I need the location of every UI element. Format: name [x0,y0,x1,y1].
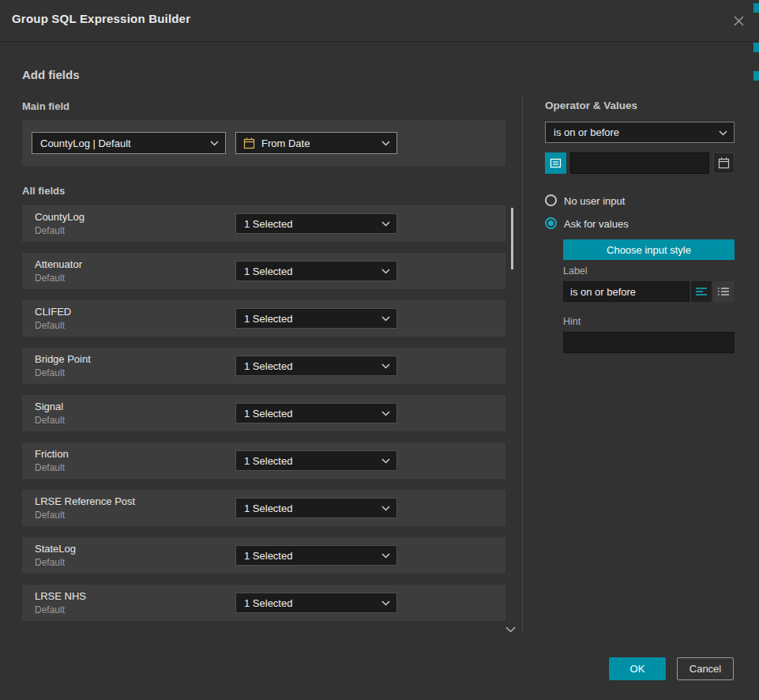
field-selected-value: 1 Selected [244,313,292,325]
field-selected-dropdown[interactable]: 1 Selected [235,213,397,234]
field-name: StateLog [35,543,76,555]
field-sublabel: Default [35,415,65,426]
list-panel-icon [550,157,562,169]
add-fields-heading: Add fields [22,68,80,81]
main-layer-dropdown-value: CountyLog | Default [40,137,131,149]
field-sublabel: Default [35,604,65,615]
all-fields-list: CountyLog Default 1 Selected Attenuator … [22,205,505,621]
edge-marker [753,71,759,81]
ask-for-values-radio[interactable] [545,217,557,229]
label-caption: Label [563,265,588,277]
cancel-button[interactable]: Cancel [677,657,734,680]
no-user-input-label: No user input [564,195,625,207]
edge-marker [753,3,759,13]
hint-input[interactable] [563,332,735,353]
chevron-down-icon [719,130,727,136]
field-selected-value: 1 Selected [244,218,292,230]
field-name: Bridge Point [35,353,91,365]
field-row-statelog: StateLog Default 1 Selected [22,537,505,574]
chevron-down-icon [381,141,390,146]
field-sublabel: Default [35,462,65,473]
field-row-countylog: CountyLog Default 1 Selected [22,205,505,242]
field-row-bridge-point: Bridge Point Default 1 Selected [22,348,505,384]
calendar-icon [718,157,730,169]
field-sublabel: Default [35,510,65,521]
field-row-signal: Signal Default 1 Selected [22,395,505,431]
chevron-down-icon [381,458,390,464]
operator-dropdown[interactable]: is on or before [545,122,735,143]
value-source-toggle-button[interactable] [545,152,566,174]
field-name: CountyLog [35,211,85,223]
close-button[interactable] [729,11,748,30]
operator-dropdown-value: is on or before [554,126,619,138]
field-row-lrse-reference-post: LRSE Reference Post Default 1 Selected [22,490,505,526]
chevron-down-icon [505,627,516,633]
field-selected-value: 1 Selected [244,455,292,467]
field-selected-dropdown[interactable]: 1 Selected [235,593,397,613]
input-style-list-button[interactable] [713,281,734,302]
field-sublabel: Default [35,320,65,331]
field-selected-dropdown[interactable]: 1 Selected [235,308,397,329]
list-scrollbar-thumb[interactable] [511,208,513,269]
field-selected-dropdown[interactable]: 1 Selected [235,261,397,281]
chevron-down-icon [381,600,390,606]
main-date-field-dropdown[interactable]: From Date [235,132,397,154]
field-name: Signal [35,401,63,412]
no-user-input-radio[interactable] [545,194,557,206]
scroll-down-button[interactable] [505,622,516,636]
field-row-lrse-nhs: LRSE NHS Default 1 Selected [22,585,505,621]
field-sublabel: Default [35,557,65,568]
field-selected-dropdown[interactable]: 1 Selected [235,498,397,518]
main-layer-dropdown[interactable]: CountyLog | Default [32,132,226,154]
value-input[interactable] [570,152,709,174]
ok-button[interactable]: OK [609,657,666,680]
field-row-friction: Friction Default 1 Selected [22,442,505,479]
field-selected-dropdown[interactable]: 1 Selected [235,545,397,566]
all-fields-label: All fields [22,185,65,197]
field-selected-value: 1 Selected [244,360,292,372]
field-selected-value: 1 Selected [244,550,292,562]
calendar-icon [243,137,255,149]
field-sublabel: Default [35,225,65,236]
close-icon [733,15,745,27]
bulleted-list-icon [718,287,729,296]
chevron-down-icon [381,316,390,322]
group-sql-expression-builder-dialog: Group SQL Expression Builder Add fields … [0,0,759,700]
dialog-header: Group SQL Expression Builder [0,0,759,42]
field-selected-value: 1 Selected [244,502,292,514]
field-sublabel: Default [35,273,65,284]
field-row-attenuator: Attenuator Default 1 Selected [22,253,505,289]
label-input[interactable] [563,281,689,302]
field-selected-dropdown[interactable]: 1 Selected [235,403,397,423]
chevron-down-icon [381,553,390,559]
field-name: Attenuator [35,258,82,270]
main-field-label: Main field [22,100,70,112]
chevron-down-icon [381,411,390,416]
chevron-down-icon [210,141,219,146]
ask-for-values-label: Ask for values [564,218,629,230]
field-name: LRSE NHS [35,590,86,602]
hint-caption: Hint [563,316,581,327]
field-selected-value: 1 Selected [244,597,292,609]
align-lines-icon [696,287,707,296]
field-name: CLIFED [35,306,71,318]
date-picker-button[interactable] [713,152,735,174]
field-selected-value: 1 Selected [244,408,292,420]
choose-input-style-button[interactable]: Choose input style [563,239,735,260]
main-field-panel: CountyLog | Default From Date [22,120,505,166]
dialog-title: Group SQL Expression Builder [12,12,190,25]
field-sublabel: Default [35,367,65,378]
field-selected-dropdown[interactable]: 1 Selected [235,356,397,376]
chevron-down-icon [381,506,390,511]
input-style-single-line-button[interactable] [691,281,712,302]
chevron-down-icon [381,269,390,274]
field-name: LRSE Reference Post [35,495,135,507]
field-row-clifed: CLIFED Default 1 Selected [22,300,505,337]
panel-divider [522,95,523,634]
chevron-down-icon [381,221,390,227]
field-selected-value: 1 Selected [244,265,292,277]
field-name: Friction [35,448,69,460]
field-selected-dropdown[interactable]: 1 Selected [235,450,397,471]
edge-marker [753,43,759,52]
operator-values-heading: Operator & Values [545,100,637,111]
